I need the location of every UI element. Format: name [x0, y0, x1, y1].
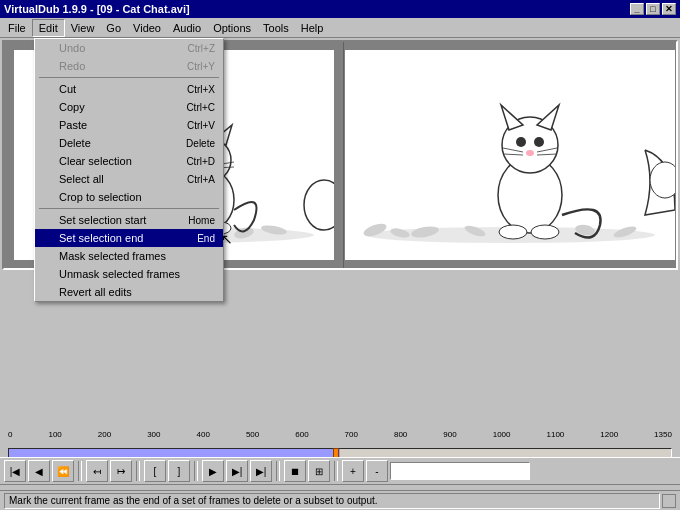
- title-bar: VirtualDub 1.9.9 - [09 - Cat Chat.avi] _…: [0, 0, 680, 18]
- sep2: [136, 461, 140, 481]
- revert-label: Revert all edits: [59, 286, 132, 298]
- set-start-shortcut: Home: [188, 215, 215, 226]
- minimize-button[interactable]: _: [630, 3, 644, 15]
- prev-keyframe-button[interactable]: ↤: [86, 460, 108, 482]
- close-button[interactable]: ✕: [662, 3, 676, 15]
- copy-label: Copy: [59, 101, 85, 113]
- menu-edit[interactable]: Edit: [32, 19, 65, 37]
- cut-label: Cut: [59, 83, 76, 95]
- menu-tools[interactable]: Tools: [257, 19, 295, 37]
- frame-display[interactable]: Frame 665 [0:00:26.600] [ ]: [390, 462, 530, 480]
- status-icon: [662, 494, 676, 508]
- menu-edit-undo[interactable]: Undo Ctrl+Z: [35, 39, 223, 57]
- menu-help[interactable]: Help: [295, 19, 330, 37]
- title-text: VirtualDub 1.9.9 - [09 - Cat Chat.avi]: [4, 3, 190, 15]
- svg-point-48: [526, 150, 534, 156]
- timeline-selection: [9, 449, 340, 457]
- set-end-shortcut: End: [197, 233, 215, 244]
- prev-frame-button[interactable]: ◀: [28, 460, 50, 482]
- play-back-button[interactable]: ⏪: [52, 460, 74, 482]
- menu-edit-select-all[interactable]: Select all Ctrl+A: [35, 170, 223, 188]
- next-frame-button[interactable]: ▶|: [226, 460, 248, 482]
- svg-point-55: [650, 162, 675, 198]
- stop-button[interactable]: ⏹: [284, 460, 306, 482]
- sep-a: [39, 77, 219, 78]
- menu-edit-unmask-frames[interactable]: Unmask selected frames: [35, 265, 223, 283]
- next-keyframe-button[interactable]: ↦: [110, 460, 132, 482]
- clear-sel-label: Clear selection: [59, 155, 132, 167]
- menu-edit-set-start[interactable]: Set selection start Home: [35, 211, 223, 229]
- zoom-in-button[interactable]: +: [342, 460, 364, 482]
- copy-shortcut: Ctrl+C: [186, 102, 215, 113]
- status-text: Mark the current frame as the end of a s…: [4, 493, 660, 509]
- redo-shortcut: Ctrl+Y: [187, 61, 215, 72]
- sep-b: [39, 208, 219, 209]
- crop-label: Crop to selection: [59, 191, 142, 203]
- undo-shortcut: Ctrl+Z: [188, 43, 216, 54]
- play-forward-button[interactable]: ▶: [202, 460, 224, 482]
- timeline-labels: 0 100 200 300 400 500 600 700 800 900 10…: [8, 430, 672, 442]
- mark-in-button[interactable]: [: [144, 460, 166, 482]
- video-panel-right: [344, 42, 676, 268]
- paste-shortcut: Ctrl+V: [187, 120, 215, 131]
- menu-edit-paste[interactable]: Paste Ctrl+V: [35, 116, 223, 134]
- menu-video[interactable]: Video: [127, 19, 167, 37]
- menu-edit-set-end[interactable]: Set selection end End ↖: [35, 229, 223, 247]
- svg-point-47: [534, 137, 544, 147]
- svg-point-53: [499, 225, 527, 239]
- delete-label: Delete: [59, 137, 91, 149]
- unmask-label: Unmask selected frames: [59, 268, 180, 280]
- paste-label: Paste: [59, 119, 87, 131]
- mask-label: Mask selected frames: [59, 250, 166, 262]
- clear-sel-shortcut: Ctrl+D: [186, 156, 215, 167]
- redo-label: Redo: [59, 60, 85, 72]
- go-start-button[interactable]: |◀: [4, 460, 26, 482]
- cut-shortcut: Ctrl+X: [187, 84, 215, 95]
- toolbar: |◀ ◀ ⏪ ↤ ↦ [ ] ▶ ▶| ▶| ⏹ ⊞ + - Frame 665…: [0, 457, 680, 485]
- maximize-button[interactable]: □: [646, 3, 660, 15]
- title-controls: _ □ ✕: [630, 3, 676, 15]
- sep1: [78, 461, 82, 481]
- menu-view[interactable]: View: [65, 19, 101, 37]
- video-frame-right: [345, 50, 675, 260]
- edit-dropdown-menu: Undo Ctrl+Z Redo Ctrl+Y Cut Ctrl+X Copy …: [34, 38, 224, 302]
- set-end-label: Set selection end: [59, 232, 143, 244]
- sel-all-shortcut: Ctrl+A: [187, 174, 215, 185]
- mark-out-button[interactable]: ]: [168, 460, 190, 482]
- menu-edit-redo[interactable]: Redo Ctrl+Y: [35, 57, 223, 75]
- undo-label: Undo: [59, 42, 85, 54]
- sep4: [276, 461, 280, 481]
- menu-edit-revert[interactable]: Revert all edits: [35, 283, 223, 301]
- sep3: [194, 461, 198, 481]
- menu-edit-delete[interactable]: Delete Delete: [35, 134, 223, 152]
- set-start-label: Set selection start: [59, 214, 146, 226]
- scene-detect-button[interactable]: ⊞: [308, 460, 330, 482]
- menu-edit-crop[interactable]: Crop to selection: [35, 188, 223, 206]
- svg-point-46: [516, 137, 526, 147]
- sep5: [334, 461, 338, 481]
- menu-bar: File Edit View Go Video Audio Options To…: [0, 18, 680, 38]
- status-bar: Mark the current frame as the end of a s…: [0, 490, 680, 510]
- svg-point-54: [531, 225, 559, 239]
- menu-edit-cut[interactable]: Cut Ctrl+X: [35, 80, 223, 98]
- menu-go[interactable]: Go: [100, 19, 127, 37]
- zoom-out-button[interactable]: -: [366, 460, 388, 482]
- delete-shortcut: Delete: [186, 138, 215, 149]
- menu-file[interactable]: File: [2, 19, 32, 37]
- menu-edit-mask-frames[interactable]: Mask selected frames: [35, 247, 223, 265]
- go-end-button[interactable]: ▶|: [250, 460, 272, 482]
- sel-all-label: Select all: [59, 173, 104, 185]
- menu-options[interactable]: Options: [207, 19, 257, 37]
- menu-audio[interactable]: Audio: [167, 19, 207, 37]
- menu-edit-clear-selection[interactable]: Clear selection Ctrl+D: [35, 152, 223, 170]
- menu-edit-copy[interactable]: Copy Ctrl+C: [35, 98, 223, 116]
